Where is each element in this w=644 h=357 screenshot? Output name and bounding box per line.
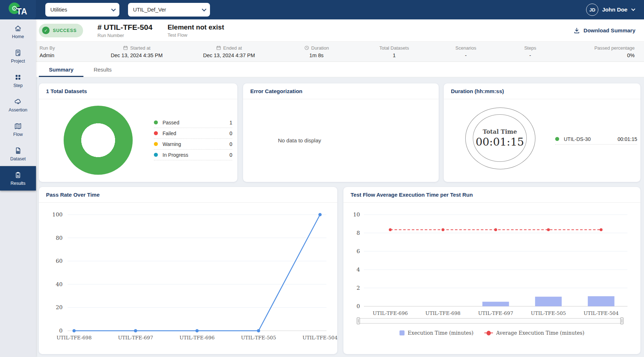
results-icon [14, 171, 22, 179]
meta-label: Passed percentage [594, 45, 635, 51]
legend-item-in-progress[interactable]: In Progress 0 [154, 150, 232, 160]
home-icon [14, 24, 22, 32]
card-duration: Duration (hh:mm:ss) Total Time 00:01:15 … [444, 83, 640, 182]
sidebar-item-dataset[interactable]: Dataset [0, 142, 36, 166]
app-logo[interactable]: ⚙ TA [0, 0, 36, 19]
svg-text:UTIL-TFE-504: UTIL-TFE-504 [302, 335, 337, 340]
sidebar-item-label: Dataset [10, 156, 26, 161]
chevron-down-icon [111, 7, 116, 12]
in-progress-dot-icon [154, 153, 158, 157]
download-summary-button[interactable]: Download Summary [573, 27, 635, 34]
run-number: # UTIL-TFE-504 [97, 23, 152, 32]
pass-rate-chart: 020406080100UTIL-TFE-698UTIL-TFE-697UTIL… [39, 205, 337, 347]
svg-text:8: 8 [356, 230, 360, 236]
legend-item-execution-time[interactable]: Execution Time (minutes) [399, 330, 474, 336]
card-title: Error Categorization [243, 83, 439, 99]
meta-label: Total Datasets [379, 45, 409, 51]
warning-dot-icon [154, 142, 158, 146]
sidebar-item-flow[interactable]: Flow [0, 117, 36, 142]
svg-text:0: 0 [356, 303, 360, 310]
sidebar-item-label: Home [12, 34, 24, 39]
run-number-label: Run Number [97, 33, 152, 38]
user-menu[interactable]: JD John Doe [586, 4, 634, 16]
svg-text:UTIL-TFE-504: UTIL-TFE-504 [584, 310, 619, 316]
svg-text:20: 20 [56, 304, 63, 311]
card-title: Pass Rate Over Time [39, 187, 337, 203]
meta-value: - [465, 52, 467, 58]
meta-ended-at: Ended at Dec 13, 2024 4:37 PM [183, 45, 275, 58]
sidebar-item-step[interactable]: Step [0, 68, 36, 93]
meta-value: 0% [627, 52, 635, 58]
chevron-down-icon [202, 7, 206, 12]
user-name: John Doe [602, 6, 627, 13]
data-zoom-slider[interactable] [358, 318, 622, 324]
meta-value: Dec 13, 2024 4:37 PM [203, 52, 255, 58]
avatar: JD [586, 4, 598, 16]
datasets-donut-chart [64, 106, 133, 175]
meta-label: Duration [304, 45, 329, 51]
meta-duration: Duration 1m 8s [275, 45, 358, 58]
meta-label: Steps [524, 45, 536, 51]
card-error-categorization: Error Categorization No data to display [243, 83, 439, 182]
tab-results[interactable]: Results [83, 62, 122, 77]
calendar-icon [216, 45, 221, 50]
project-dropdown-value: Utilities [50, 7, 67, 13]
svg-text:2: 2 [356, 285, 360, 291]
flow-name: Element not exist [168, 23, 224, 31]
run-meta-row: Run By Admin Started at Dec 13, 2024 4:3… [36, 41, 644, 62]
card-title: 1 Total Datasets [39, 83, 237, 99]
gauge-label: Total Time [483, 128, 517, 135]
avg-line-swatch-icon [484, 333, 493, 334]
sidebar-item-label: Step [13, 83, 23, 88]
card-title: Test Flow Average Execution Time per Tes… [343, 187, 640, 203]
meta-value: Dec 13, 2024 4:35 PM [111, 52, 163, 58]
meta-value: 1m 8s [309, 52, 324, 58]
legend-item-util-ds-30[interactable]: UTIL-DS-30 00:01:15 [555, 134, 637, 145]
legend-item-warning[interactable]: Warning 0 [154, 139, 232, 150]
meta-started-at: Started at Dec 13, 2024 4:35 PM [91, 45, 183, 58]
slider-handle-right[interactable] [620, 317, 624, 324]
status-badge: ✓ SUCCESS [39, 24, 83, 37]
tab-summary[interactable]: Summary [39, 62, 83, 77]
failed-dot-icon [154, 131, 158, 135]
sidebar-item-results[interactable]: Results [0, 166, 36, 191]
check-circle-icon: ✓ [42, 27, 50, 34]
duration-gauge: Total Time 00:01:15 [465, 107, 535, 169]
dataset-icon [14, 147, 22, 155]
tabs: Summary Results [36, 62, 644, 77]
slider-handle-left[interactable] [357, 317, 360, 324]
topbar: ⚙ TA Utilities UTIL_Def_Ver JD John Doe [0, 0, 644, 19]
download-icon [573, 27, 580, 34]
sidebar-item-assertion[interactable]: Assertion [0, 93, 36, 117]
status-text: SUCCESS [53, 28, 77, 33]
meta-label: Ended at [216, 45, 242, 51]
exec-time-chart: 0246810UTIL-TFE-696UTIL-TFE-698UTIL-TFE-… [343, 205, 640, 320]
clock-icon [304, 45, 309, 50]
empty-state-text: No data to display [278, 137, 321, 143]
legend-item-failed[interactable]: Failed 0 [154, 128, 232, 139]
bar-swatch-icon [399, 330, 405, 335]
version-dropdown-value: UTIL_Def_Ver [133, 7, 166, 13]
content: 1 Total Datasets Passed 1 Failed 0 [36, 77, 644, 357]
version-dropdown[interactable]: UTIL_Def_Ver [128, 3, 210, 17]
meta-steps: Steps - [501, 45, 559, 58]
svg-text:UTIL-TFE-698: UTIL-TFE-698 [425, 310, 461, 316]
sidebar-item-project[interactable]: Project [0, 44, 36, 68]
svg-text:40: 40 [56, 281, 63, 288]
project-dropdown[interactable]: Utilities [45, 3, 119, 17]
sidebar-item-label: Flow [13, 132, 23, 137]
calendar-icon [123, 45, 128, 50]
svg-text:UTIL-TFE-505: UTIL-TFE-505 [241, 335, 276, 340]
svg-text:10: 10 [353, 211, 360, 218]
legend-item-passed[interactable]: Passed 1 [154, 117, 232, 128]
svg-text:4: 4 [356, 266, 360, 273]
sidebar-item-home[interactable]: Home [0, 19, 36, 44]
meta-label: Scenarios [456, 45, 476, 51]
meta-total-datasets: Total Datasets 1 [358, 45, 431, 58]
project-icon [14, 49, 22, 57]
svg-text:0: 0 [59, 328, 63, 334]
legend-item-average-execution-time[interactable]: Average Execution Time (minutes) [484, 330, 584, 336]
svg-text:UTIL-TFE-697: UTIL-TFE-697 [478, 310, 513, 316]
dataset-dot-icon [555, 137, 559, 141]
sidebar-item-label: Assertion [9, 107, 27, 113]
